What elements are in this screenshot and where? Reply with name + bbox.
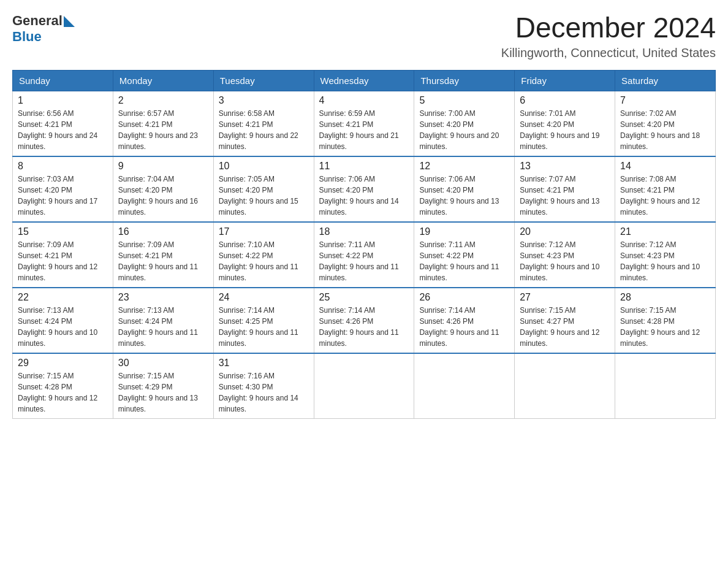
calendar-day-cell: 13Sunrise: 7:07 AMSunset: 4:21 PMDayligh… (515, 156, 615, 222)
calendar-day-cell: 17Sunrise: 7:10 AMSunset: 4:22 PMDayligh… (213, 222, 314, 288)
day-info: Sunrise: 7:00 AMSunset: 4:20 PMDaylight:… (419, 108, 509, 152)
calendar-day-cell: 27Sunrise: 7:15 AMSunset: 4:27 PMDayligh… (515, 288, 615, 353)
title-area: December 2024 Killingworth, Connecticut,… (501, 12, 716, 60)
day-number: 15 (18, 226, 108, 237)
day-number: 20 (520, 226, 610, 237)
logo-blue-text: Blue (12, 29, 75, 44)
day-number: 4 (319, 95, 409, 106)
header: General Blue December 2024 Killingworth,… (12, 12, 716, 60)
day-number: 22 (18, 292, 108, 303)
day-info: Sunrise: 7:15 AMSunset: 4:29 PMDaylight:… (118, 370, 208, 415)
day-number: 11 (319, 161, 409, 172)
weekday-header-monday: Monday (113, 70, 213, 91)
day-number: 6 (520, 95, 610, 106)
calendar-table: SundayMondayTuesdayWednesdayThursdayFrid… (12, 70, 716, 419)
day-number: 18 (319, 226, 409, 237)
day-info: Sunrise: 6:59 AMSunset: 4:21 PMDaylight:… (319, 108, 409, 152)
weekday-header-tuesday: Tuesday (213, 70, 314, 91)
day-number: 27 (520, 292, 610, 303)
calendar-day-cell: 16Sunrise: 7:09 AMSunset: 4:21 PMDayligh… (113, 222, 213, 288)
day-info: Sunrise: 7:08 AMSunset: 4:21 PMDaylight:… (620, 174, 710, 218)
logo-general-text: General (12, 13, 63, 28)
weekday-header-friday: Friday (515, 70, 615, 91)
calendar-day-cell: 31Sunrise: 7:16 AMSunset: 4:30 PMDayligh… (213, 353, 314, 419)
day-info: Sunrise: 7:02 AMSunset: 4:20 PMDaylight:… (620, 108, 710, 152)
day-number: 23 (118, 292, 208, 303)
day-number: 21 (620, 226, 710, 237)
day-number: 2 (118, 95, 208, 106)
logo-triangle-icon (64, 16, 75, 27)
day-number: 9 (118, 161, 208, 172)
day-info: Sunrise: 7:12 AMSunset: 4:23 PMDaylight:… (520, 239, 610, 283)
calendar-title: December 2024 (501, 12, 716, 44)
day-info: Sunrise: 6:58 AMSunset: 4:21 PMDaylight:… (219, 108, 309, 152)
calendar-day-cell: 1Sunrise: 6:56 AMSunset: 4:21 PMDaylight… (13, 91, 113, 156)
weekday-header-saturday: Saturday (615, 70, 716, 91)
day-number: 14 (620, 161, 710, 172)
day-info: Sunrise: 7:10 AMSunset: 4:22 PMDaylight:… (219, 239, 309, 283)
day-number: 31 (219, 358, 309, 369)
weekday-header-thursday: Thursday (414, 70, 515, 91)
day-info: Sunrise: 7:05 AMSunset: 4:20 PMDaylight:… (219, 174, 309, 218)
day-number: 16 (118, 226, 208, 237)
day-number: 26 (419, 292, 509, 303)
day-info: Sunrise: 7:03 AMSunset: 4:20 PMDaylight:… (18, 174, 108, 218)
day-number: 8 (18, 161, 108, 172)
calendar-day-cell: 21Sunrise: 7:12 AMSunset: 4:23 PMDayligh… (615, 222, 716, 288)
calendar-day-cell (314, 353, 414, 419)
day-info: Sunrise: 7:04 AMSunset: 4:20 PMDaylight:… (118, 174, 208, 218)
day-info: Sunrise: 7:15 AMSunset: 4:28 PMDaylight:… (620, 305, 710, 349)
day-number: 17 (219, 226, 309, 237)
calendar-day-cell: 8Sunrise: 7:03 AMSunset: 4:20 PMDaylight… (13, 156, 113, 222)
calendar-day-cell: 19Sunrise: 7:11 AMSunset: 4:22 PMDayligh… (414, 222, 515, 288)
day-info: Sunrise: 7:11 AMSunset: 4:22 PMDaylight:… (419, 239, 509, 283)
calendar-day-cell (414, 353, 515, 419)
day-info: Sunrise: 7:01 AMSunset: 4:20 PMDaylight:… (520, 108, 610, 152)
calendar-week-row: 29Sunrise: 7:15 AMSunset: 4:28 PMDayligh… (13, 353, 716, 419)
calendar-day-cell: 11Sunrise: 7:06 AMSunset: 4:20 PMDayligh… (314, 156, 414, 222)
svg-marker-0 (64, 16, 75, 27)
calendar-day-cell: 3Sunrise: 6:58 AMSunset: 4:21 PMDaylight… (213, 91, 314, 156)
day-number: 25 (319, 292, 409, 303)
day-number: 7 (620, 95, 710, 106)
day-info: Sunrise: 7:12 AMSunset: 4:23 PMDaylight:… (620, 239, 710, 283)
calendar-day-cell: 24Sunrise: 7:14 AMSunset: 4:25 PMDayligh… (213, 288, 314, 353)
day-number: 12 (419, 161, 509, 172)
day-info: Sunrise: 7:14 AMSunset: 4:26 PMDaylight:… (319, 305, 409, 349)
calendar-week-row: 22Sunrise: 7:13 AMSunset: 4:24 PMDayligh… (13, 288, 716, 353)
day-info: Sunrise: 7:07 AMSunset: 4:21 PMDaylight:… (520, 174, 610, 218)
calendar-day-cell: 23Sunrise: 7:13 AMSunset: 4:24 PMDayligh… (113, 288, 213, 353)
day-number: 28 (620, 292, 710, 303)
calendar-subtitle: Killingworth, Connecticut, United States (501, 46, 716, 60)
day-info: Sunrise: 7:06 AMSunset: 4:20 PMDaylight:… (419, 174, 509, 218)
day-number: 3 (219, 95, 309, 106)
calendar-day-cell (615, 353, 716, 419)
day-info: Sunrise: 7:13 AMSunset: 4:24 PMDaylight:… (118, 305, 208, 349)
calendar-day-cell: 20Sunrise: 7:12 AMSunset: 4:23 PMDayligh… (515, 222, 615, 288)
day-number: 1 (18, 95, 108, 106)
day-info: Sunrise: 7:11 AMSunset: 4:22 PMDaylight:… (319, 239, 409, 283)
calendar-day-cell: 14Sunrise: 7:08 AMSunset: 4:21 PMDayligh… (615, 156, 716, 222)
day-info: Sunrise: 7:06 AMSunset: 4:20 PMDaylight:… (319, 174, 409, 218)
day-info: Sunrise: 7:15 AMSunset: 4:27 PMDaylight:… (520, 305, 610, 349)
day-info: Sunrise: 7:09 AMSunset: 4:21 PMDaylight:… (18, 239, 108, 283)
weekday-header-wednesday: Wednesday (314, 70, 414, 91)
calendar-day-cell: 4Sunrise: 6:59 AMSunset: 4:21 PMDaylight… (314, 91, 414, 156)
day-info: Sunrise: 7:14 AMSunset: 4:26 PMDaylight:… (419, 305, 509, 349)
calendar-day-cell: 22Sunrise: 7:13 AMSunset: 4:24 PMDayligh… (13, 288, 113, 353)
calendar-day-cell: 25Sunrise: 7:14 AMSunset: 4:26 PMDayligh… (314, 288, 414, 353)
day-number: 19 (419, 226, 509, 237)
day-number: 5 (419, 95, 509, 106)
day-info: Sunrise: 7:09 AMSunset: 4:21 PMDaylight:… (118, 239, 208, 283)
calendar-day-cell: 2Sunrise: 6:57 AMSunset: 4:21 PMDaylight… (113, 91, 213, 156)
calendar-day-cell: 7Sunrise: 7:02 AMSunset: 4:20 PMDaylight… (615, 91, 716, 156)
calendar-day-cell: 6Sunrise: 7:01 AMSunset: 4:20 PMDaylight… (515, 91, 615, 156)
day-number: 30 (118, 358, 208, 369)
calendar-day-cell (515, 353, 615, 419)
day-number: 24 (219, 292, 309, 303)
day-info: Sunrise: 7:16 AMSunset: 4:30 PMDaylight:… (219, 370, 309, 415)
calendar-day-cell: 5Sunrise: 7:00 AMSunset: 4:20 PMDaylight… (414, 91, 515, 156)
calendar-week-row: 15Sunrise: 7:09 AMSunset: 4:21 PMDayligh… (13, 222, 716, 288)
calendar-week-row: 8Sunrise: 7:03 AMSunset: 4:20 PMDaylight… (13, 156, 716, 222)
calendar-day-cell: 30Sunrise: 7:15 AMSunset: 4:29 PMDayligh… (113, 353, 213, 419)
